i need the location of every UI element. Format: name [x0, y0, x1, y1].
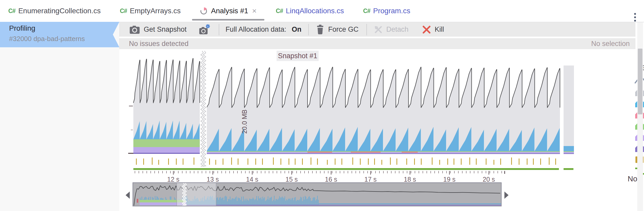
detach-button[interactable]: Detach [374, 25, 409, 34]
csharp-file-icon: C# [8, 8, 15, 15]
camera-gear-icon [198, 24, 211, 35]
csharp-file-icon: C# [276, 8, 283, 15]
tab-label: LinqAllocations.cs [286, 7, 344, 15]
x-tick-label: 18 s [400, 176, 420, 183]
force-gc-label: Force GC [328, 25, 359, 34]
profiling-sidebar: Profiling #32000 dpa-bad-patterns [0, 22, 119, 211]
get-snapshot-button[interactable]: Get Snapshot [129, 24, 187, 35]
csharp-file-icon: C# [120, 8, 127, 15]
toolbar-separator [219, 24, 219, 35]
profiler-session-icon [200, 7, 208, 15]
scrollbar-thumb[interactable] [638, 49, 642, 114]
tab-emptyarrays[interactable]: C# EmptyArrays.cs [113, 0, 187, 22]
profiler-window: C# EnumeratingCollection.cs C# EmptyArra… [0, 0, 644, 211]
memory-timeline-chart[interactable] [119, 49, 638, 211]
allocation-data-bar [133, 168, 573, 170]
toolbar-separator [308, 24, 309, 35]
camera-icon [129, 24, 140, 35]
close-icon[interactable]: × [252, 7, 257, 15]
x-tick-label: 17 s [360, 176, 381, 183]
tab-linqallocations[interactable]: C# LinqAllocations.cs [269, 0, 351, 22]
snapshot-settings-button[interactable] [198, 24, 211, 35]
series-pre-snapshot [133, 58, 200, 154]
tab-enumeratingcollection[interactable]: C# EnumeratingCollection.cs [2, 0, 107, 22]
x-tick-label: 16 s [321, 176, 341, 183]
get-snapshot-label: Get Snapshot [144, 25, 187, 34]
vertical-scrollbar [637, 22, 643, 211]
x-tick-label: 12 s [163, 176, 184, 183]
overview-strip[interactable] [133, 183, 501, 206]
x-tick-label: 19 s [439, 176, 460, 183]
y-axis [128, 106, 133, 153]
scroll-left-arrow[interactable] [126, 192, 130, 199]
tab-program[interactable]: C# Program.cs [357, 0, 417, 22]
toolbar-separator [366, 24, 367, 35]
tab-label: Analysis #1 [211, 7, 248, 15]
full-allocation-label: Full Allocation data: [225, 25, 286, 34]
force-gc-button[interactable]: Force GC [316, 24, 359, 35]
csharp-file-icon: C# [363, 8, 370, 15]
scroll-right-arrow[interactable] [504, 192, 509, 199]
detach-label: Detach [386, 25, 409, 34]
time-ruler [135, 171, 505, 175]
y-axis-gridline-label: 20.0 MB [241, 109, 248, 134]
full-allocation-toggle[interactable]: Full Allocation data: On [225, 25, 302, 34]
now-column [564, 65, 574, 154]
trash-icon [316, 24, 325, 35]
snapshot-wavy-line [200, 51, 207, 167]
tab-label: EmptyArrays.cs [130, 7, 181, 15]
gc-time-ticks [136, 157, 556, 165]
x-tick-label: 15 s [281, 176, 302, 183]
profiler-toolbar: Get Snapshot [119, 22, 635, 37]
tab-label: Program.cs [373, 7, 410, 15]
x-tick-label: 13 s [202, 176, 223, 183]
kill-label: Kill [435, 25, 444, 34]
x-tick-label: 14 s [242, 176, 263, 183]
x-tick-label: 20 s [478, 176, 499, 183]
detach-icon [374, 25, 383, 34]
issues-message: No issues detected [129, 40, 189, 48]
selection-status: No selection [591, 40, 630, 48]
tab-analysis-1[interactable]: Analysis #1 × [193, 0, 263, 22]
tab-label: EnumeratingCollection.cs [18, 7, 101, 15]
kebab-menu-icon[interactable] [634, 13, 637, 22]
series-post-snapshot [207, 67, 560, 154]
snapshot-marker-label[interactable]: Snapshot #1 [277, 51, 319, 61]
kill-button[interactable]: Kill [422, 25, 444, 34]
session-subtitle: #32000 dpa-bad-patterns [9, 35, 85, 43]
editor-tab-bar: C# EnumeratingCollection.cs C# EmptyArra… [0, 0, 644, 22]
kill-x-icon [422, 25, 431, 34]
session-title: Profiling [9, 24, 35, 32]
issues-status-bar: No issues detected No selection [119, 38, 635, 49]
sidebar-session-item[interactable]: Profiling #32000 dpa-bad-patterns [0, 22, 119, 47]
full-allocation-state: On [292, 25, 302, 34]
